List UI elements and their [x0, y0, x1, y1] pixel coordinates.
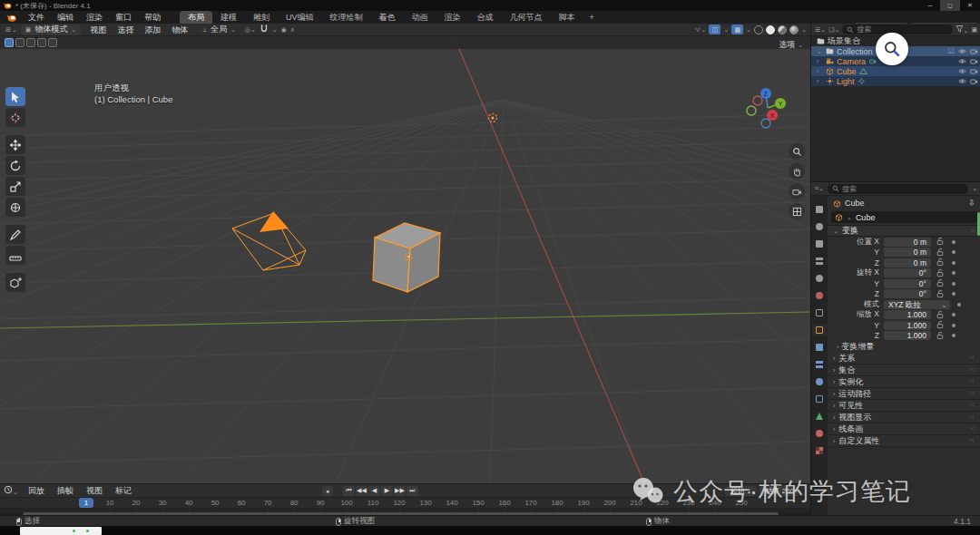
hide-eye-icon[interactable] [958, 67, 966, 75]
camera-view-icon[interactable] [789, 183, 805, 199]
properties-tab-material[interactable] [812, 427, 827, 439]
transform-value-field[interactable]: 0 m [884, 248, 931, 257]
maximize-button[interactable]: ◻ [940, 0, 960, 11]
object-label[interactable]: Light [837, 77, 855, 86]
show-gizmo-icon[interactable]: 🜉⌄ [695, 26, 707, 34]
lock-open-icon[interactable] [936, 289, 945, 299]
editor-type-icon[interactable]: ⊞ [5, 26, 11, 34]
section-options-dots-icon[interactable]: ⁙ [969, 366, 975, 374]
new-collection-icon[interactable]: ▣ [971, 26, 977, 34]
jump-to-start-button[interactable]: ⏮ [343, 486, 355, 496]
menu-文件[interactable]: 文件 [22, 11, 51, 24]
tool-select-box[interactable] [5, 87, 25, 106]
minimize-button[interactable]: ─ [920, 0, 940, 11]
navigation-gizmo[interactable]: Z Y X [741, 83, 796, 131]
lock-open-icon[interactable] [936, 278, 945, 288]
workspace-tab-纹理绘制[interactable]: 纹理绘制 [322, 11, 371, 24]
viewport-menu-添加[interactable]: 添加 [139, 24, 166, 36]
outliner-row-light[interactable]: ›Light [811, 76, 980, 86]
properties-editor-icon[interactable]: ≡⌄ [815, 185, 824, 192]
menu-窗口[interactable]: 窗口 [109, 11, 138, 24]
snap-icon[interactable] [260, 24, 269, 34]
timeline-editor-icon[interactable]: ⌄ [4, 485, 18, 496]
outliner-filter-icon[interactable]: ⌄ [956, 24, 969, 34]
select-mode-subtract-icon[interactable] [26, 38, 35, 47]
orientation-label[interactable]: 全局 [211, 24, 227, 35]
pan-hand-icon[interactable] [789, 163, 805, 180]
lock-open-icon[interactable] [936, 237, 945, 247]
jump-to-end-button[interactable]: ⏭ [407, 486, 418, 496]
lock-open-icon[interactable] [936, 310, 945, 320]
select-mode-invert-icon[interactable] [37, 38, 46, 47]
falloff-icon[interactable]: ∧ [290, 26, 295, 34]
prev-keyframe-button[interactable]: ◀◀ [356, 486, 368, 496]
workspace-tab-渲染[interactable]: 渲染 [436, 11, 469, 24]
expand-caret-icon[interactable]: › [817, 58, 823, 64]
properties-tab-physics[interactable] [812, 375, 827, 387]
workspace-tab-雕刻[interactable]: 雕刻 [245, 11, 278, 24]
section-自定义属性[interactable]: ›自定义属性⁙ [828, 435, 980, 447]
mode-dropdown[interactable]: ▣ 物体模式 ⌄ [21, 24, 82, 35]
object-label[interactable]: Camera [837, 57, 866, 66]
properties-tab-constraints[interactable] [812, 393, 827, 404]
editor-type-caret-icon[interactable]: ⌄ [12, 26, 17, 34]
play-button[interactable]: ▶ [381, 486, 393, 496]
transform-value-field[interactable]: 0 m [884, 238, 931, 247]
shading-material-icon[interactable] [778, 25, 787, 34]
animate-dot-icon[interactable] [952, 250, 956, 254]
overlays-caret-icon[interactable]: ⌄ [723, 26, 729, 34]
section-options-dots-icon[interactable]: ⁙ [969, 355, 975, 362]
tool-rotate[interactable] [5, 156, 25, 175]
disable-render-camera-icon[interactable] [970, 77, 978, 85]
section-线条画[interactable]: ›线条画⁙ [828, 423, 980, 435]
transform-value-field[interactable]: 0° [884, 268, 931, 277]
animate-dot-icon[interactable] [952, 324, 956, 327]
menu-帮助[interactable]: 帮助 [138, 11, 167, 24]
transform-value-field[interactable]: 1.000 [884, 321, 931, 330]
animate-dot-icon[interactable] [952, 282, 956, 286]
section-可见性[interactable]: ›可见性⁙ [828, 400, 980, 412]
tool-transform[interactable] [5, 198, 25, 217]
workspace-tab-布局[interactable]: 布局 [180, 11, 212, 24]
viewport-menu-物体[interactable]: 物体 [166, 24, 193, 36]
transform-value-field[interactable]: 1.000 [884, 310, 931, 319]
options-dropdown[interactable]: 选项 ⌄ [779, 39, 803, 51]
lock-open-icon[interactable] [936, 258, 945, 268]
overlays-toggle-icon[interactable]: ◫ [709, 24, 720, 34]
workspace-tab-几何节点[interactable]: 几何节点 [502, 11, 551, 24]
shading-solid-icon[interactable] [766, 25, 775, 34]
rotation-mode-dropdown[interactable]: XYZ 欧拉⌄ [884, 300, 950, 309]
workspace-tab-着色[interactable]: 着色 [371, 11, 404, 24]
shading-wireframe-icon[interactable] [754, 25, 763, 34]
snap-caret-icon[interactable]: ⌄ [272, 26, 278, 34]
properties-tab-tool[interactable] [812, 203, 827, 215]
proportional-editing-icon[interactable]: ◉ [281, 26, 287, 34]
properties-options-caret-icon[interactable]: ⌄ [972, 185, 977, 192]
zoom-icon[interactable] [789, 143, 805, 160]
menu-编辑[interactable]: 编辑 [51, 11, 80, 24]
object-name-field[interactable]: ⌄ Cube [831, 211, 977, 223]
tool-measure[interactable] [5, 246, 25, 265]
lock-open-icon[interactable] [936, 320, 945, 330]
tool-add-cube[interactable] [5, 273, 25, 292]
section-运动路径[interactable]: ›运动路径⁙ [828, 388, 980, 400]
object-label[interactable]: Cube [837, 67, 857, 76]
animate-dot-icon[interactable] [952, 271, 956, 275]
workspace-tab-脚本[interactable]: 脚本 [551, 11, 583, 24]
add-workspace-button[interactable]: + [583, 13, 601, 22]
section-options-dots-icon[interactable]: ⁙ [969, 437, 975, 444]
properties-tab-world[interactable] [812, 289, 827, 301]
lock-open-icon[interactable] [936, 248, 945, 258]
hide-eye-icon[interactable] [958, 47, 966, 55]
rotation-mode-animate-dot[interactable] [957, 303, 961, 306]
tool-cursor[interactable] [5, 108, 25, 127]
viewport-menu-视图[interactable]: 视图 [84, 24, 112, 36]
outliner-editor-icon[interactable]: ☰⌄ [815, 26, 826, 34]
frame-end-field[interactable]: 结束 250 [760, 486, 799, 496]
properties-tab-view-layer[interactable] [812, 255, 827, 267]
playhead[interactable]: 1 [79, 498, 93, 508]
lock-open-icon[interactable] [936, 268, 945, 278]
tool-annotate[interactable] [5, 225, 25, 244]
animate-dot-icon[interactable] [952, 313, 956, 316]
viewport-3d[interactable]: 选项 ⌄ 用户透视 (1) Collection | Cube Z Y X [0, 36, 810, 483]
